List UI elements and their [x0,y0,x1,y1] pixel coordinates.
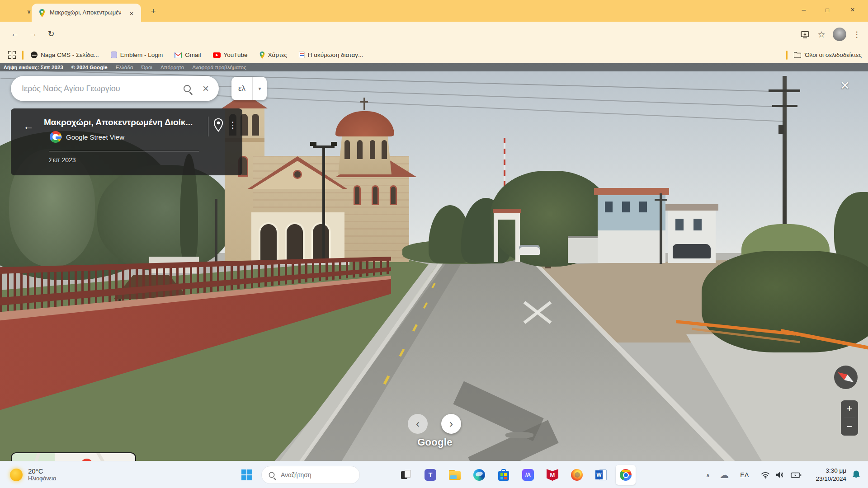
chevron-right-icon: › [449,418,453,430]
kebab-menu-icon: ⋮ [229,120,237,130]
window-minimize-button[interactable]: – [794,2,814,18]
browser-tab[interactable]: Μακροχώρι, Αποκεντρωμένη Δ × [32,4,141,22]
forward-arrow-icon: → [29,29,38,39]
nav-previous-button[interactable]: ‹ [408,414,428,434]
grid-square [13,51,16,54]
profile-avatar[interactable] [833,28,846,41]
street-view-close-button[interactable]: × [834,74,856,96]
bookmark-maps[interactable]: Χάρτες [259,52,287,59]
pole-transformer [778,125,784,134]
nav-next-button[interactable]: › [441,414,461,434]
language-button[interactable]: ελ ▾ [231,77,267,100]
grid-square [8,51,11,54]
maps-search-box[interactable]: × [11,76,219,101]
task-view-icon [401,470,411,480]
tab-close-button[interactable]: × [127,8,137,18]
apps-grid-icon[interactable] [8,51,16,59]
notification-bell-icon [852,470,861,480]
wifi-tray-icon[interactable] [759,469,772,481]
card-back-button[interactable]: ← [21,118,36,134]
weather-temperature: 20°C [28,467,56,475]
weather-widget[interactable]: 20°C Ηλιοφάνεια [6,464,60,486]
mcafee-app-button[interactable]: M [542,465,562,485]
card-vertical-divider [208,117,208,136]
bookmark-youtube[interactable]: YouTube [213,52,248,58]
zoom-out-button[interactable]: − [841,418,858,435]
browser-tab-strip: ∨ Μακροχώρι, Αποκεντρωμένη Δ × + – □ × [0,0,868,22]
tray-expand-button[interactable]: ∧ [702,469,714,481]
all-bookmarks[interactable]: Όλοι οι σελιδοδείκτες [786,47,862,63]
window-maximize-button[interactable]: □ [817,2,837,18]
chrome-icon [620,469,632,481]
taskbar-search-input[interactable] [280,471,348,479]
privacy-link[interactable]: Απόρρητο [160,65,184,70]
battery-charging-icon [791,472,802,478]
desktop: ∨ Μακροχώρι, Αποκεντρωμένη Δ × + – □ × ←… [0,0,868,488]
document-icon [299,52,305,58]
taskbar-search[interactable] [261,466,360,484]
edge-browser-button[interactable] [469,465,489,485]
card-date: Σεπ 2023 [49,156,76,164]
terms-link[interactable]: Όροι [141,65,152,70]
window-close-button[interactable]: × [843,2,863,18]
firefox-icon [571,469,583,481]
clear-search-icon[interactable]: × [203,83,209,94]
car-white [519,245,540,255]
zoom-controls: + − [841,400,858,436]
bookmark-gmail[interactable]: Gmail [175,52,201,58]
volume-tray-icon[interactable] [773,469,787,481]
back-button[interactable]: ← [7,26,23,42]
street-view-panorama[interactable]: × × ελ ▾ ← Μακροχώρι, Αποκεντρωμένη Διοί… [0,63,868,461]
onedrive-tray-icon[interactable]: ☁ [717,469,731,481]
teams-app-button[interactable]: T [420,465,440,485]
zoom-in-button[interactable]: + [841,400,858,418]
bookmark-emblem[interactable]: Emblem - Login [111,52,163,58]
cloud-icon: ☁ [720,469,729,480]
movavi-app-button[interactable]: /A [518,465,538,485]
forward-button[interactable]: → [25,26,41,42]
language-indicator[interactable]: ΕΛ [737,469,752,481]
chrome-app-button-active[interactable] [616,465,636,485]
church-window [390,185,397,205]
word-app-button[interactable]: W [591,465,611,485]
clock-widget[interactable]: 3:30 μμ 23/10/2024 [810,467,846,483]
task-view-button[interactable] [396,465,416,485]
microsoft-store-button[interactable] [494,465,514,485]
bookmark-cancellation-doc[interactable]: Η ακύρωση διαταγ... [299,52,363,58]
search-input[interactable] [21,84,181,94]
install-app-button[interactable] [797,27,812,42]
browser-menu-button[interactable]: ⋮ [850,27,863,42]
pole-crossarm [772,105,797,107]
house-window [675,219,684,230]
bookmark-star-button[interactable]: ☆ [814,27,829,42]
notifications-button[interactable] [849,469,863,481]
report-problem-link[interactable]: Αναφορά προβλήματος [192,65,246,70]
maximize-icon: □ [826,7,829,14]
bell-tower-arch [252,114,259,136]
map-road [91,452,121,461]
house-roof [665,204,718,211]
gate-post [494,220,498,262]
file-explorer-button[interactable] [445,465,465,485]
streetlight-lamp [331,142,337,146]
firefox-app-button[interactable] [567,465,587,485]
compass[interactable] [834,365,858,389]
card-title: Μακροχώρι, Αποκεντρωμένη Διοίκ... [44,117,193,127]
teams-icon: T [425,469,436,481]
google-watermark: Google [412,436,458,448]
location-pin-icon[interactable] [213,118,223,132]
dome-window [357,140,363,159]
bookmark-naga-cms[interactable]: Naga CMS - Σελίδα... [31,52,99,58]
caret-down-icon[interactable]: ▾ [253,77,267,100]
minimap[interactable]: 4 Ιερός Ναός Αγίου Γεωρ Δήμ Ανάπτυξη [11,452,136,461]
folder-icon [794,52,801,58]
reload-button[interactable]: ↻ [43,26,59,42]
battery-tray-icon[interactable] [788,469,804,481]
card-menu-button[interactable]: ⋮ [227,118,239,131]
bookmarks-divider [786,51,788,60]
start-button[interactable] [237,465,257,485]
new-tab-button[interactable]: + [147,5,159,17]
dome-cross [363,98,365,110]
search-icon[interactable] [184,85,191,92]
card-source: Google Street View [66,133,124,141]
